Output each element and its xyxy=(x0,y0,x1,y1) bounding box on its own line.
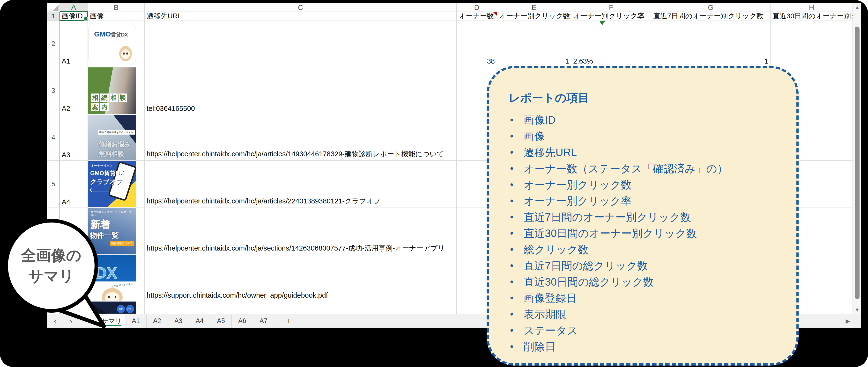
column-header-H[interactable]: H xyxy=(771,3,853,11)
cell-A5[interactable]: A4 xyxy=(60,161,88,208)
callout-item-5: •オーナー別クリック率 xyxy=(508,193,779,209)
cell-C2[interactable] xyxy=(145,21,457,67)
callout-item-3: •オーナー数（ステータス「確認済み」の） xyxy=(508,160,779,177)
callout-item-6: •直近7日間のオーナー別クリック数 xyxy=(508,209,779,225)
screenshot-canvas: ABCDEFGH 1画像ID画像遷移先URLオーナー数オーナー別クリック数オーナ… xyxy=(0,0,868,367)
column-header-row: ABCDEFGH xyxy=(47,3,853,12)
cell-B1[interactable]: 画像 xyxy=(88,12,145,21)
row-header-3[interactable]: 3 xyxy=(47,67,60,114)
cell-H2[interactable] xyxy=(771,21,853,67)
building-line1: 修繕お悩み xyxy=(99,140,131,148)
callout-item-7: •直近30日間のオーナー別クリック数 xyxy=(508,225,779,241)
shinchaku-mid-text: 物件一覧 xyxy=(90,231,119,240)
callout-item-0: •画像ID xyxy=(508,112,779,128)
cell-D2[interactable]: 38 xyxy=(457,21,497,67)
building-line2: 無料相談 xyxy=(99,149,124,158)
cell-A3[interactable]: A2 xyxy=(60,67,88,114)
bubble-line1: 全画像の xyxy=(21,245,81,266)
sheet-tab-A2[interactable]: A2 xyxy=(147,314,168,328)
bubble-line2: サマリ xyxy=(28,266,74,287)
cell-A4[interactable]: A3 xyxy=(60,114,88,161)
cluboff-line2: クラブオフ xyxy=(90,177,122,186)
sheet-tab-A7[interactable]: A7 xyxy=(253,314,274,328)
cell-C1[interactable]: 遷移先URL xyxy=(145,12,457,21)
green-marker-icon xyxy=(599,21,605,25)
summary-speech-bubble: 全画像の サマリ xyxy=(4,219,98,313)
mascot-icon xyxy=(119,46,132,61)
consult-line1: 相続相談 xyxy=(91,94,127,102)
callout-item-10: •直近30日間の総クリック数 xyxy=(508,274,779,290)
thumbnail-shinchaku-banner: 物件の購入を実現している オーナー様へ 新着 物件一覧 物件情報はコチラ xyxy=(88,208,136,255)
callout-item-9: •直近7日間の総クリック数 xyxy=(508,258,779,274)
cell-D1[interactable]: オーナー数 xyxy=(457,12,497,21)
sheet-tab-A1[interactable]: A1 xyxy=(125,314,147,328)
shinchaku-top-text: 物件の購入を実現している オーナー様へ xyxy=(91,210,136,217)
row-header-5[interactable]: 5 xyxy=(47,161,60,208)
callout-item-2: •遷移先URL xyxy=(508,144,779,160)
column-header-B[interactable]: B xyxy=(88,3,145,11)
column-header-G[interactable]: G xyxy=(651,3,771,11)
cell-E2[interactable]: 1 xyxy=(497,21,571,67)
cell-C7[interactable]: https://support.chintaidx.com/hc/owner_a… xyxy=(145,255,457,301)
select-all-icon xyxy=(53,5,59,11)
cell-C4[interactable]: https://helpcenter.chintaidx.com/hc/ja/a… xyxy=(145,114,457,161)
cell-C6[interactable]: https://helpcenter.chintaidx.com/hc/ja/s… xyxy=(145,208,457,255)
column-header-C[interactable]: C xyxy=(145,3,457,11)
callout-item-14: •削除日 xyxy=(508,338,779,355)
thumbnail-consult-banner: 相続相談 案内 xyxy=(88,67,136,114)
callout-item-1: •画像 xyxy=(508,128,779,144)
comment-indicator-icon xyxy=(493,12,497,16)
callout-item-4: •オーナー別クリック数 xyxy=(508,177,779,193)
cell-A2[interactable]: A1 xyxy=(60,21,88,67)
callout-item-13: •ステータス xyxy=(508,322,779,338)
shinchaku-big-text: 新着 xyxy=(91,218,110,231)
gmo-brand-text: GMO賃貸DX xyxy=(94,30,128,38)
cell-C8[interactable] xyxy=(145,301,457,314)
sheet-tab-A5[interactable]: A5 xyxy=(210,314,232,328)
row-header-4[interactable]: 4 xyxy=(47,114,60,161)
building-small-label: 物件の資産価値を高めませんか xyxy=(98,130,135,135)
row-header-1[interactable]: 1 xyxy=(47,12,60,21)
cell-C3[interactable]: tel:0364165500 xyxy=(145,67,457,114)
cluboff-line1: GMO賃貸DX xyxy=(90,169,124,177)
callout-item-8: •総クリック数 xyxy=(508,241,779,258)
callout-item-11: •画像登録日 xyxy=(508,290,779,306)
vertical-scrollbar[interactable]: ▲ ▼ xyxy=(853,3,861,314)
cell-C5[interactable]: https://helpcenter.chintaidx.com/hc/ja/a… xyxy=(145,161,457,208)
cluboff-pill xyxy=(90,188,114,192)
thumbnail-building-banner: 物件の資産価値を高めませんか 修繕お悩み 無料相談 xyxy=(88,115,136,160)
cell-E1[interactable]: オーナー別クリック数 xyxy=(497,12,571,21)
cell-G1[interactable]: 直近7日間のオーナー別クリック数 xyxy=(651,12,771,21)
column-header-F[interactable]: F xyxy=(571,3,651,11)
cell-F1[interactable]: オーナー別クリック率 xyxy=(571,12,651,21)
callout-list: •画像ID•画像•遷移先URL•オーナー数（ステータス「確認済み」の）•オーナー… xyxy=(508,112,779,355)
cell-G2[interactable]: 1 xyxy=(651,21,771,67)
scroll-up-icon[interactable]: ▲ xyxy=(853,3,861,11)
scroll-down-icon[interactable]: ▼ xyxy=(853,306,861,314)
hscroll-right-icon[interactable]: ▶ xyxy=(846,314,850,328)
dx-guide-text: ボクがガイドするよ xyxy=(111,282,133,289)
sheet-tab-A4[interactable]: A4 xyxy=(189,314,210,328)
report-items-callout: レポートの項目 •画像ID•画像•遷移先URL•オーナー数（ステータス「確認済み… xyxy=(487,66,799,366)
column-header-E[interactable]: E xyxy=(497,3,571,11)
thumbnail-gmo-logo: GMO賃貸DX xyxy=(88,23,136,65)
callout-title: レポートの項目 xyxy=(508,90,779,106)
sheet-tab-A6[interactable]: A6 xyxy=(232,314,253,328)
column-header-D[interactable]: D xyxy=(457,3,497,11)
cell-H1[interactable]: 直近30日間のオーナー別クリック数 xyxy=(771,12,853,21)
select-all-corner[interactable] xyxy=(47,3,60,11)
consult-line2: 案内 xyxy=(91,103,108,111)
cell-F2[interactable]: 2.63% xyxy=(571,21,651,67)
thumbnail-cluboff-banner: オーナー様向け GMO賃貸DX クラブオフ xyxy=(88,161,136,207)
cluboff-top-text: オーナー様向け xyxy=(91,164,113,168)
cell-A1[interactable]: 画像ID xyxy=(60,12,88,21)
column-header-A[interactable]: A xyxy=(60,3,88,11)
shinchaku-tag: 物件情報はコチラ xyxy=(110,241,134,246)
callout-item-12: •表示期限 xyxy=(508,306,779,322)
add-sheet-button[interactable]: + xyxy=(274,314,303,328)
row-header-2[interactable]: 2 xyxy=(47,21,60,67)
vertical-scroll-thumb[interactable] xyxy=(855,27,860,299)
sheet-tab-A3[interactable]: A3 xyxy=(168,314,189,328)
